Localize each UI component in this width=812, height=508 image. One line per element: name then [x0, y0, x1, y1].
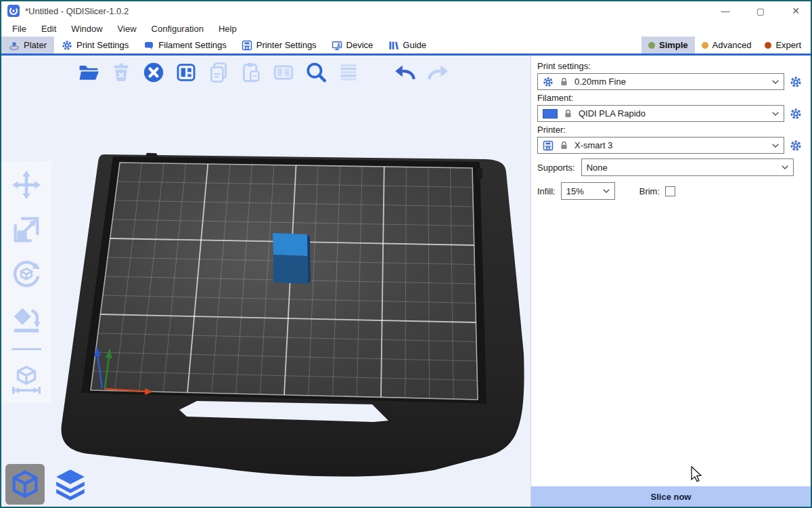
lock-icon: [559, 77, 569, 87]
variable-layer-height-icon[interactable]: [336, 60, 361, 85]
menu-edit[interactable]: Edit: [34, 20, 64, 37]
tab-label: Printer Settings: [256, 40, 317, 50]
plater-icon: [9, 40, 20, 51]
move-tool-icon[interactable]: [11, 169, 42, 200]
lock-icon: [559, 140, 569, 150]
gear-icon: [790, 108, 802, 120]
maximize-button[interactable]: ▢: [746, 1, 775, 20]
minimize-button[interactable]: —: [710, 1, 740, 20]
delete-icon[interactable]: [108, 60, 133, 85]
tab-filament-settings[interactable]: Filament Settings: [136, 37, 233, 54]
printer-value: X-smart 3: [574, 140, 612, 150]
gear-icon: [790, 140, 802, 152]
3d-viewport[interactable]: [1, 56, 531, 507]
model-object[interactable]: [273, 233, 311, 284]
close-button[interactable]: ✕: [781, 1, 811, 20]
infill-label: Infill:: [537, 186, 556, 196]
gear-icon: [790, 76, 802, 88]
tab-device[interactable]: Device: [324, 37, 381, 54]
printer-gear-button[interactable]: [789, 139, 803, 152]
tab-label: Filament Settings: [158, 40, 226, 50]
supports-select[interactable]: None: [581, 158, 794, 176]
editor-3d-view-button[interactable]: [5, 464, 45, 505]
expert-mode-dot-icon: [765, 42, 771, 49]
menu-view[interactable]: View: [110, 20, 144, 37]
menu-help[interactable]: Help: [211, 20, 244, 37]
search-icon[interactable]: [303, 60, 328, 85]
lock-icon: [563, 108, 573, 119]
chevron-down-icon: [603, 189, 610, 193]
open-file-icon[interactable]: [76, 60, 101, 85]
gear-icon: [62, 40, 72, 51]
mode-advanced[interactable]: Advanced: [695, 37, 759, 54]
3d-scene[interactable]: [1, 56, 531, 507]
guide-books-icon: [388, 40, 399, 51]
print-settings-gear-button[interactable]: [789, 75, 803, 89]
paste-icon[interactable]: [238, 60, 263, 85]
scale-tool-icon[interactable]: [11, 214, 42, 245]
view-mode-switcher: [5, 464, 90, 505]
filament-select[interactable]: QIDI PLA Rapido: [537, 105, 784, 122]
infill-value: 15%: [566, 186, 584, 196]
tab-label: Device: [346, 40, 374, 50]
rotate-tool-icon[interactable]: [11, 259, 42, 290]
window-title: *Untitled - QIDISlicer-1.0.2: [25, 6, 129, 16]
menu-window[interactable]: Window: [64, 20, 110, 37]
printer-select[interactable]: X-smart 3: [537, 137, 784, 154]
mode-expert[interactable]: Expert: [758, 37, 808, 54]
mode-simple[interactable]: Simple: [641, 37, 695, 54]
preview-layers-view-icon: [53, 467, 87, 501]
tab-bar: Plater Print Settings Filament Settings …: [1, 37, 811, 56]
filament-color-swatch: [543, 109, 558, 119]
delete-all-icon[interactable]: [141, 60, 166, 85]
bed-clip: [476, 168, 482, 179]
filament-gear-button[interactable]: [789, 107, 803, 121]
title-bar: *Untitled - QIDISlicer-1.0.2 — ▢ ✕: [1, 1, 811, 20]
tab-label: Plater: [24, 40, 47, 50]
tab-guide[interactable]: Guide: [380, 37, 434, 54]
arrange-icon[interactable]: [173, 60, 198, 85]
gear-icon: [543, 77, 554, 87]
menu-file[interactable]: File: [5, 20, 34, 37]
copy-icon[interactable]: [206, 60, 231, 85]
tab-label: Guide: [403, 40, 426, 50]
infill-select[interactable]: 15%: [561, 182, 615, 200]
split-objects-icon[interactable]: [271, 60, 296, 85]
menu-configuration[interactable]: Configuration: [144, 20, 211, 37]
tab-printer-settings[interactable]: Printer Settings: [234, 37, 324, 54]
slice-now-button[interactable]: Slice now: [531, 486, 811, 507]
mouse-cursor-icon: [691, 466, 704, 484]
app-window: *Untitled - QIDISlicer-1.0.2 — ▢ ✕ File …: [0, 0, 812, 508]
device-icon: [332, 40, 342, 51]
mode-switcher: Simple Advanced Expert: [641, 37, 811, 54]
toolbar-separator: [12, 348, 41, 350]
mode-label: Expert: [775, 40, 801, 50]
redo-icon[interactable]: [425, 60, 450, 85]
filament-value: QIDI PLA Rapido: [579, 108, 646, 119]
viewport-toolbar: [76, 60, 450, 85]
preview-layers-view-button[interactable]: [51, 464, 90, 505]
print-settings-select[interactable]: 0.20mm Fine: [537, 73, 784, 90]
advanced-mode-dot-icon: [702, 42, 708, 49]
simple-mode-dot-icon: [648, 42, 655, 49]
object-manipulation-toolbar: [1, 161, 51, 403]
printer-icon: [543, 140, 554, 151]
chevron-down-icon: [772, 80, 779, 84]
filament-icon: [143, 40, 154, 51]
chevron-down-icon: [772, 144, 779, 148]
brim-checkbox[interactable]: [665, 186, 675, 196]
chevron-down-icon: [782, 165, 788, 169]
tab-plater[interactable]: Plater: [1, 37, 54, 54]
settings-panel: Print settings: 0.20mm Fine Filament:: [531, 56, 811, 507]
print-settings-label: Print settings:: [537, 61, 803, 71]
mode-label: Advanced: [713, 40, 752, 50]
brim-label: Brim:: [639, 186, 660, 196]
tab-print-settings[interactable]: Print Settings: [54, 37, 136, 54]
print-settings-value: 0.20mm Fine: [574, 77, 626, 87]
measure-tool-icon[interactable]: [11, 364, 42, 395]
bed-clip: [146, 153, 157, 159]
undo-icon[interactable]: [392, 60, 418, 85]
mode-label: Simple: [659, 40, 688, 50]
place-on-face-tool-icon[interactable]: [11, 303, 42, 335]
supports-value: None: [587, 163, 608, 173]
